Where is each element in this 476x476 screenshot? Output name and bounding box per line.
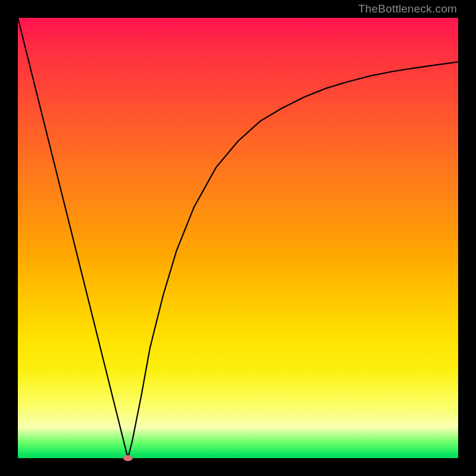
chart-plot-area bbox=[18, 18, 458, 458]
watermark-text: TheBottleneck.com bbox=[358, 2, 457, 15]
bottleneck-curve bbox=[18, 18, 458, 458]
optimum-marker bbox=[123, 455, 133, 461]
